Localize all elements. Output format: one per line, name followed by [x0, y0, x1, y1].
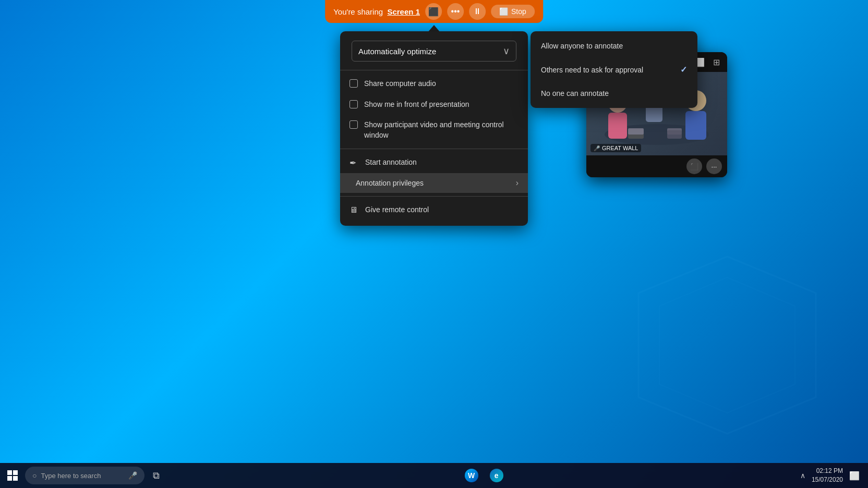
- chevron-down-icon: ∨: [503, 45, 510, 57]
- taskbar-app-w[interactable]: W: [460, 464, 483, 487]
- taskbar: ○ 🎤 ⧉ W e ∧ 02:12 PM 15/07/2020: [0, 463, 868, 488]
- taskbar-search[interactable]: ○ 🎤: [25, 467, 144, 484]
- show-participant-label: Show participant video and meeting contr…: [364, 120, 519, 140]
- remote-icon: 🖥: [349, 205, 359, 215]
- menu-divider-1: [340, 70, 528, 70]
- app-w-icon: W: [465, 469, 478, 482]
- annotation-privileges-label: Annotation privileges: [356, 179, 424, 187]
- share-audio-label: Share computer audio: [364, 79, 436, 89]
- tray-icons: ∧: [800, 471, 805, 480]
- svg-rect-6: [685, 111, 706, 140]
- video-label: 🎤 GREAT WALL: [590, 144, 641, 152]
- svg-rect-10: [667, 130, 682, 139]
- clock-date: 15/07/2020: [812, 475, 843, 484]
- app-edge-icon: e: [490, 469, 503, 482]
- show-front-item[interactable]: Show me in front of presentation: [340, 94, 528, 115]
- search-icon: ○: [32, 471, 37, 480]
- optimize-label: Automatically optimize: [358, 47, 436, 56]
- windows-icon: [7, 470, 18, 481]
- vp-grid-btn[interactable]: ⊞: [711, 56, 722, 68]
- start-button[interactable]: [0, 463, 25, 488]
- clock-time: 02:12 PM: [812, 467, 843, 475]
- optimize-dropdown[interactable]: Automatically optimize ∨: [352, 41, 516, 62]
- task-view-btn[interactable]: ⧉: [144, 464, 167, 487]
- no-one-item[interactable]: No one can annotate: [531, 82, 697, 105]
- sharing-text-prefix: You're sharing: [333, 7, 383, 16]
- no-one-label: No one can annotate: [541, 89, 609, 97]
- more-options-btn[interactable]: •••: [447, 3, 464, 20]
- share-audio-item[interactable]: Share computer audio: [340, 74, 528, 94]
- stop-button[interactable]: ⬜ Stop: [491, 5, 535, 18]
- tray-chevron-icon[interactable]: ∧: [800, 471, 805, 480]
- check-mark-icon: ✓: [680, 65, 687, 75]
- main-menu: Automatically optimize ∨ Share computer …: [340, 31, 528, 226]
- sub-menu: Allow anyone to annotate Others need to …: [531, 31, 697, 108]
- others-approval-label: Others need to ask for approval: [541, 66, 643, 74]
- pause-btn[interactable]: ⏸: [469, 3, 486, 20]
- show-front-checkbox[interactable]: [349, 100, 358, 108]
- screen-link[interactable]: Screen 1: [387, 7, 420, 16]
- notification-icon[interactable]: ⬜: [849, 471, 860, 481]
- show-participant-item[interactable]: Show participant video and meeting contr…: [340, 115, 528, 145]
- others-approval-item[interactable]: Others need to ask for approval ✓: [531, 57, 697, 82]
- screen-icon-btn[interactable]: ⬛: [425, 3, 442, 20]
- annotation-privileges-item[interactable]: Annotation privileges ›: [340, 173, 528, 193]
- give-remote-item[interactable]: 🖥 Give remote control: [340, 200, 528, 221]
- mic-icon: 🎤: [594, 145, 600, 151]
- annotation-icon: ✒: [349, 158, 359, 168]
- taskbar-app-edge[interactable]: e: [485, 464, 508, 487]
- start-annotation-item[interactable]: ✒ Start annotation: [340, 152, 528, 173]
- start-annotation-label: Start annotation: [365, 157, 417, 168]
- allow-anyone-item[interactable]: Allow anyone to annotate: [531, 34, 697, 57]
- desktop: You're sharing Screen 1 ⬛ ••• ⏸ ⬜ Stop A…: [0, 0, 868, 488]
- share-audio-checkbox[interactable]: [349, 79, 358, 88]
- allow-anyone-label: Allow anyone to annotate: [541, 42, 623, 50]
- sharing-bar-text: You're sharing Screen 1: [333, 7, 420, 16]
- svg-rect-8: [628, 128, 644, 135]
- sharing-bar: You're sharing Screen 1 ⬛ ••• ⏸ ⬜ Stop: [325, 0, 543, 23]
- svg-rect-2: [608, 113, 627, 139]
- menu-divider-3: [340, 196, 528, 197]
- show-participant-checkbox[interactable]: [349, 120, 358, 129]
- vp-bottom-btn-1[interactable]: ⬛: [686, 158, 702, 174]
- system-clock[interactable]: 02:12 PM 15/07/2020: [810, 467, 845, 484]
- video-panel-bottom: ⬛ ···: [586, 155, 727, 177]
- task-view-icon: ⧉: [153, 470, 160, 481]
- mic-taskbar-icon: 🎤: [128, 471, 137, 480]
- submenu-arrow-icon: ›: [516, 178, 519, 188]
- optimize-dropdown-row[interactable]: Automatically optimize ∨: [344, 36, 524, 66]
- vp-bottom-more-btn[interactable]: ···: [706, 158, 722, 174]
- windows-bg-logo: [628, 246, 826, 446]
- stop-square-icon: ⬜: [499, 7, 508, 16]
- taskbar-right: ∧ 02:12 PM 15/07/2020 ⬜: [800, 467, 868, 484]
- search-input[interactable]: [41, 472, 124, 480]
- taskbar-apps: W e: [167, 464, 800, 487]
- show-front-label: Show me in front of presentation: [364, 100, 469, 110]
- video-participant-name: GREAT WALL: [602, 145, 638, 151]
- menu-divider-2: [340, 149, 528, 149]
- give-remote-label: Give remote control: [365, 205, 429, 215]
- stop-label: Stop: [511, 7, 526, 16]
- annotation-privileges-left: Annotation privileges: [349, 179, 424, 187]
